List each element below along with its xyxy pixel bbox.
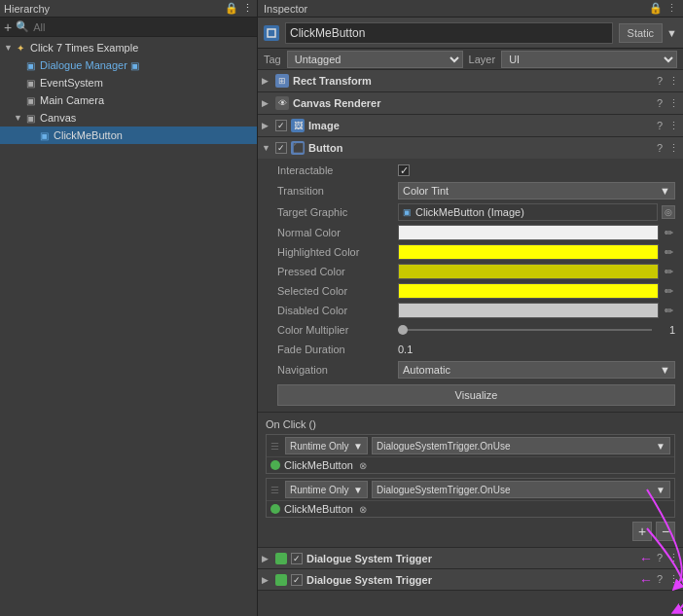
interactable-checkbox[interactable]: ✓: [398, 164, 410, 176]
onclick-title: On Click (): [266, 418, 316, 430]
highlighted-color-row: Highlighted Color ✏: [258, 242, 683, 262]
tag-select[interactable]: Untagged: [287, 51, 463, 68]
fade-duration-label: Fade Duration: [277, 344, 394, 355]
onclick-event-row-2: ☰ Runtime Only ▼ DialogueSystemTrigger.O…: [267, 479, 674, 501]
selected-eyedropper-btn[interactable]: ✏: [663, 285, 675, 298]
tree-item-dialogue-manager[interactable]: ▣ Dialogue Manager ▣: [0, 56, 257, 74]
slider-track[interactable]: [398, 329, 652, 331]
inspector-title-row: Static ▼: [258, 18, 683, 49]
obj-x-1[interactable]: ⊗: [359, 460, 367, 471]
canvas-renderer-header[interactable]: ▶ 👁 Canvas Renderer ? ⋮: [258, 92, 683, 114]
lock-icon[interactable]: 🔒: [225, 2, 238, 15]
inspector-lock-icon[interactable]: 🔒: [649, 2, 663, 15]
tree-item-root[interactable]: ▼ ✦ Click 7 Times Example: [0, 39, 257, 56]
static-dropdown-icon[interactable]: ▼: [666, 27, 677, 39]
target-select-btn[interactable]: ◎: [662, 205, 675, 219]
rect-transform-section: ▶ ⊞ Rect Transform ? ⋮: [258, 70, 683, 92]
gameobj-icon: ▣: [23, 58, 37, 72]
layer-select[interactable]: UI: [501, 51, 677, 68]
dialogue-checkbox-2[interactable]: ✓: [291, 574, 303, 586]
settings-icon-2[interactable]: ⋮: [668, 97, 679, 110]
pressed-color-swatch[interactable]: [398, 264, 659, 279]
disabled-color-swatch[interactable]: [398, 303, 659, 318]
svg-rect-0: [268, 29, 275, 37]
highlighted-color-swatch[interactable]: [398, 244, 659, 260]
canvas-icon: ▣: [23, 111, 37, 125]
help-icon-3[interactable]: ?: [657, 120, 663, 132]
tree-label-root: Click 7 Times Example: [30, 42, 138, 54]
settings-icon[interactable]: ⋮: [668, 75, 679, 88]
search-input[interactable]: [33, 21, 253, 33]
tree-item-main-camera[interactable]: ▣ Main Camera: [0, 91, 257, 109]
visualize-button[interactable]: Visualize: [277, 384, 675, 406]
tree-item-click-me-button[interactable]: ▣ ClickMeButton: [0, 127, 257, 144]
help-icon[interactable]: ?: [657, 75, 663, 88]
navigation-label: Navigation: [277, 364, 394, 376]
button-content: Interactable ✓ Transition Color Tint ▼ T…: [258, 159, 683, 412]
transition-dropdown[interactable]: Color Tint ▼: [398, 182, 675, 199]
button-header[interactable]: ▼ ✓ ⬛ Button ? ⋮: [258, 137, 683, 159]
image-icon: 🖼: [291, 119, 305, 132]
inspector-menu-icon[interactable]: ⋮: [666, 2, 677, 15]
image-header[interactable]: ▶ ✓ 🖼 Image ? ⋮: [258, 115, 683, 136]
selected-color-value: ✏: [398, 283, 675, 299]
inspector-header: Inspector 🔒 ⋮: [258, 0, 683, 18]
rect-transform-header[interactable]: ▶ ⊞ Rect Transform ? ⋮: [258, 70, 683, 91]
button-title: Button: [308, 142, 653, 154]
method-dropdown-1[interactable]: DialogueSystemTrigger.OnUse ▼: [372, 437, 670, 454]
menu-icon[interactable]: ⋮: [242, 2, 253, 15]
settings-icon-4[interactable]: ⋮: [668, 142, 679, 155]
tree-item-event-system[interactable]: ▣ EventSystem: [0, 74, 257, 91]
normal-color-row: Normal Color ✏: [258, 223, 683, 242]
settings-icon-3[interactable]: ⋮: [668, 120, 679, 132]
tree-item-canvas[interactable]: ▼ ▣ Canvas: [0, 109, 257, 127]
runtime-dropdown-1[interactable]: Runtime Only ▼: [285, 437, 368, 454]
dialogue-icons-2: ? ⋮: [657, 573, 679, 586]
dialogue-checkbox-1[interactable]: ✓: [291, 553, 303, 564]
dialogue-icons-1: ? ⋮: [657, 552, 679, 564]
static-button[interactable]: Static: [619, 23, 664, 43]
selected-color-swatch[interactable]: [398, 283, 659, 299]
tag-label: Tag: [264, 54, 281, 65]
obj-x-2[interactable]: ⊗: [359, 504, 367, 515]
cube-svg: [266, 27, 277, 39]
help-icon-4[interactable]: ?: [657, 142, 663, 155]
runtime-dropdown-2[interactable]: Runtime Only ▼: [285, 481, 368, 498]
settings-icon-6[interactable]: ⋮: [668, 573, 679, 586]
arrow-down-icon: ▼: [4, 43, 14, 53]
normal-color-swatch[interactable]: [398, 225, 659, 240]
button-arrow-icon: ▼: [262, 143, 271, 153]
color-multiplier-row: Color Multiplier 1: [258, 320, 683, 340]
canvas-renderer-icons: ? ⋮: [657, 97, 679, 110]
fade-duration-value: 0.1: [398, 344, 675, 355]
tree-label-event-system: EventSystem: [40, 77, 103, 89]
remove-event-button[interactable]: −: [656, 522, 675, 541]
button-icons: ? ⋮: [657, 142, 679, 155]
inspector-title: Inspector: [264, 3, 307, 15]
help-icon-6[interactable]: ?: [657, 573, 663, 586]
add-icon[interactable]: +: [4, 19, 12, 35]
object-name-input[interactable]: [285, 22, 613, 44]
method-arrow-1: ▼: [656, 441, 665, 452]
help-icon-2[interactable]: ?: [657, 97, 663, 110]
add-event-button[interactable]: +: [632, 522, 652, 541]
button-checkbox[interactable]: ✓: [275, 142, 287, 154]
disabled-color-label: Disabled Color: [277, 305, 394, 316]
onclick-event-block-2: ☰ Runtime Only ▼ DialogueSystemTrigger.O…: [266, 478, 675, 518]
pressed-eyedropper-btn[interactable]: ✏: [663, 266, 675, 278]
normal-eyedropper-btn[interactable]: ✏: [663, 227, 675, 239]
dialogue-pink-arrow-1: ←: [639, 551, 653, 566]
help-icon-5[interactable]: ?: [657, 552, 663, 564]
navigation-dropdown[interactable]: Automatic ▼: [398, 361, 675, 379]
highlighted-eyedropper-btn[interactable]: ✏: [663, 246, 675, 259]
onclick-section: On Click () ☰ Runtime Only ▼ DialogueSys…: [258, 413, 683, 548]
canvas-renderer-icon: 👁: [275, 96, 289, 110]
image-checkbox[interactable]: ✓: [275, 120, 287, 131]
method-dropdown-2[interactable]: DialogueSystemTrigger.OnUse ▼: [372, 481, 670, 498]
nav-dropdown-arrow-icon: ▼: [660, 364, 670, 376]
visualize-label: Visualize: [455, 389, 498, 401]
settings-icon-5[interactable]: ⋮: [668, 552, 679, 564]
fade-duration-text: 0.1: [398, 344, 413, 355]
target-graphic-field[interactable]: ▣ ClickMeButton (Image): [398, 203, 658, 221]
disabled-eyedropper-btn[interactable]: ✏: [663, 305, 675, 317]
